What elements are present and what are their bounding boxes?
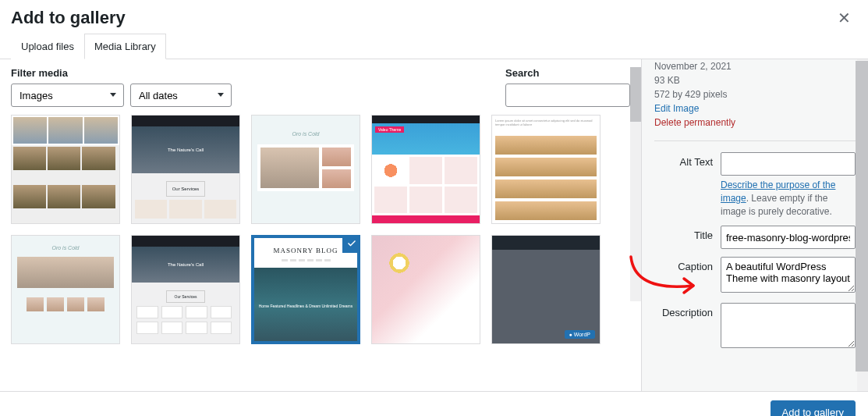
thumb-news[interactable]: Lorem ipsum dolor sit amet consectetur a… [491,115,601,224]
alt-help-text: Describe the purpose of the image. Leave… [721,179,856,218]
search-label: Search [505,67,630,79]
thumb-flowers[interactable] [371,235,480,344]
edit-image-link[interactable]: Edit Image [654,103,699,114]
meta-dims: 572 by 429 pixels [654,87,856,101]
thumb-magazine[interactable] [11,115,120,224]
filter-date-select[interactable]: All dates [130,84,232,107]
meta-size: 93 KB [654,73,856,87]
thumb-wordp[interactable]: ● WordP [491,235,601,344]
divider [654,140,856,141]
media-pane: Filter media Images All dates Search The… [0,59,641,391]
tab-bar: Upload files Media Library [0,33,868,59]
description-textarea[interactable] [721,303,856,348]
close-icon[interactable]: ✕ [833,9,856,27]
meta-date: November 2, 2021 [654,59,856,73]
thumb-valeo[interactable]: Valeo Theme [371,115,480,224]
filter-label: Filter media [11,67,232,79]
media-scrollbar[interactable] [630,67,641,301]
alt-text-label: Alt Text [654,152,713,168]
thumb-oro-1[interactable]: Oro is Cold [251,115,360,224]
thumb-nature-1[interactable]: The Nature's CallOur Services [131,115,240,224]
thumb-oro-2[interactable]: Oro is Cold [11,235,120,344]
tab-upload-files[interactable]: Upload files [11,34,84,59]
search-input[interactable] [505,84,630,107]
title-label: Title [654,226,713,241]
modal-title: Add to gallery [11,8,126,28]
tab-media-library[interactable]: Media Library [84,34,166,59]
check-icon [342,235,360,253]
alt-text-input[interactable] [721,152,856,176]
filter-type-select[interactable]: Images [11,84,124,107]
modal-footer: Add to gallery [0,391,868,416]
page-scrollbar[interactable] [856,61,868,372]
thumb-nature-2[interactable]: The Nature's CallOur Services [131,235,240,344]
attachment-details-sidebar: November 2, 2021 93 KB 572 by 429 pixels… [641,59,868,391]
caption-textarea[interactable] [721,257,856,293]
thumb-masonry-selected[interactable]: MASONRY BLOGHome Featured Headlines & Dr… [251,235,360,344]
description-label: Description [654,303,713,318]
media-grid: The Nature's CallOur Services Oro is Col… [11,115,630,344]
add-to-gallery-button[interactable]: Add to gallery [771,400,856,416]
delete-permanently-link[interactable]: Delete permanently [654,117,735,128]
caption-label: Caption [654,257,713,272]
title-input[interactable] [721,226,856,249]
